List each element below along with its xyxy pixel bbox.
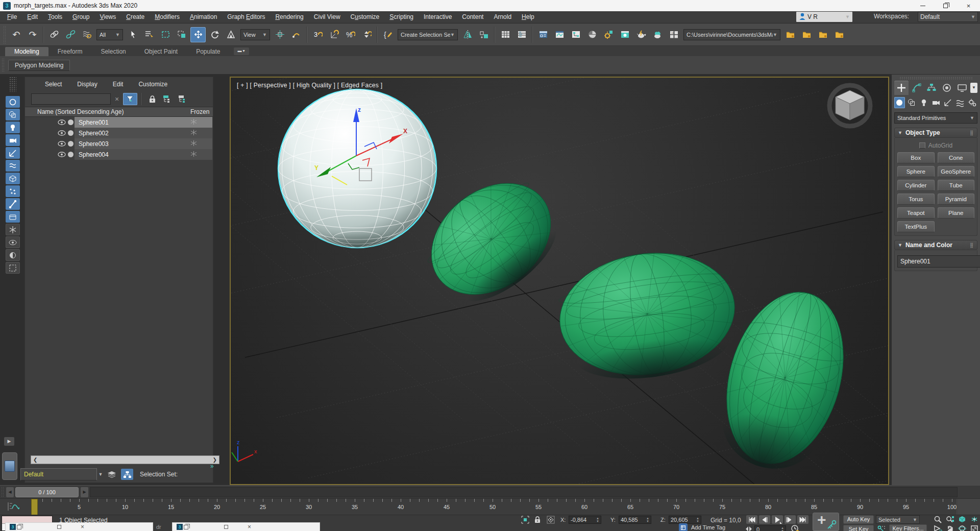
go-to-start-button[interactable]	[746, 515, 757, 524]
sphere-button[interactable]: Sphere	[897, 166, 935, 177]
undo-icon[interactable]: ↶	[9, 27, 24, 42]
explorer-column-header[interactable]: Name (Sorted Descending Age) Frozen	[25, 107, 213, 117]
table-row[interactable]: Sphere002	[25, 128, 213, 138]
project-folder-dropdown[interactable]: C:\Users\virinne\Documents\3dsMax▼	[683, 29, 780, 40]
shapes-category-icon[interactable]	[906, 97, 917, 108]
restore-button[interactable]	[934, 0, 957, 11]
explorer-menu-select[interactable]: Select	[37, 81, 69, 88]
current-frame-marker[interactable]	[31, 499, 38, 515]
current-frame-field[interactable]: 0▲▼	[754, 525, 786, 531]
zoom-extents-all-icon[interactable]	[969, 515, 979, 523]
name-color-rollout-header[interactable]: ▼ Name and Color ⣿	[894, 240, 977, 250]
tab-populate[interactable]: Populate	[187, 47, 229, 56]
time-slider-track[interactable]	[90, 487, 958, 497]
maximize-viewport-icon[interactable]	[969, 524, 979, 531]
perspective-viewport[interactable]: [ + ] [ Perspective ] [ High Quality ] […	[230, 77, 889, 485]
display-bones-icon[interactable]	[6, 198, 20, 210]
object-dot-icon[interactable]	[68, 130, 74, 136]
spacewarps-category-icon[interactable]	[955, 97, 966, 108]
viewport-label[interactable]: [ + ] [ Perspective ] [ High Quality ] […	[237, 82, 382, 89]
add-time-tag-label[interactable]: Add Time Tag	[691, 524, 725, 530]
object-dot-icon[interactable]	[68, 119, 74, 125]
named-selection-set-dropdown[interactable]: Create Selection Se▼	[398, 29, 458, 40]
zoom-all-icon[interactable]	[944, 515, 955, 523]
minimize-button[interactable]	[911, 0, 934, 11]
percent-snap-icon[interactable]: %	[342, 27, 358, 42]
display-hidden-icon[interactable]	[6, 236, 20, 248]
display-tab-icon[interactable]	[955, 81, 969, 95]
display-selection-icon[interactable]	[6, 262, 20, 274]
absolute-offset-toggle-icon[interactable]	[546, 516, 555, 524]
doc-restore-icon[interactable]	[224, 525, 228, 529]
cone-button[interactable]: Cone	[938, 152, 975, 163]
teapot-button[interactable]: Teapot	[897, 207, 935, 219]
project-pin-icon[interactable]	[831, 27, 847, 42]
ribbon-grip[interactable]	[2, 58, 4, 73]
display-helpers-icon[interactable]	[6, 147, 20, 159]
menu-civil-view[interactable]: Civil View	[309, 11, 346, 23]
menu-animation[interactable]: Animation	[185, 11, 222, 23]
menu-help[interactable]: Help	[517, 11, 540, 23]
unlink-selection-icon[interactable]	[63, 27, 78, 42]
orbit-icon[interactable]	[957, 524, 967, 531]
command-panel-grip[interactable]	[899, 77, 972, 79]
toggle-layer-explorer-icon[interactable]	[514, 27, 529, 42]
redo-icon[interactable]: ↷	[25, 27, 40, 42]
time-slider-grip[interactable]	[1, 487, 4, 498]
time-tag-icon[interactable]	[679, 523, 688, 531]
tab-modeling[interactable]: Modeling	[5, 47, 48, 56]
window-crossing-icon[interactable]	[174, 27, 189, 42]
taskbar-window[interactable]: 3 ×	[172, 522, 320, 531]
frozen-toggle[interactable]	[191, 140, 197, 148]
object-type-rollout-header[interactable]: ▼ Object Type ⣿	[894, 128, 977, 138]
menu-edit[interactable]: Edit	[22, 11, 43, 23]
autogrid-checkbox[interactable]	[919, 142, 925, 149]
project-folder-settings-icon[interactable]	[782, 27, 798, 42]
systems-category-icon[interactable]	[967, 97, 977, 108]
asset-library-icon[interactable]: LA	[666, 27, 681, 42]
workspaces-dropdown[interactable]: Default ▼	[918, 12, 978, 22]
named-selection-dropdown-icon[interactable]: ▼	[97, 472, 104, 477]
material-editor-icon[interactable]	[584, 27, 600, 42]
display-containers-icon[interactable]	[6, 211, 20, 223]
table-row[interactable]: Sphere004	[25, 149, 213, 160]
previous-frame-button[interactable]: ◀	[6, 487, 14, 497]
tab-freeform[interactable]: Freeform	[48, 47, 92, 56]
menu-rendering[interactable]: Rendering	[270, 11, 308, 23]
select-and-rotate-icon[interactable]	[207, 27, 222, 42]
time-slider-handle[interactable]: 0 / 100	[15, 487, 79, 497]
explorer-expand-button[interactable]: ▶	[4, 437, 14, 446]
explorer-strip-grip[interactable]	[9, 77, 16, 92]
toggle-ribbon-icon[interactable]	[535, 27, 551, 42]
motion-tab-icon[interactable]	[940, 81, 954, 95]
polygon-modeling-button[interactable]: Polygon Modeling	[8, 60, 70, 71]
mirror-icon[interactable]	[460, 27, 475, 42]
lights-category-icon[interactable]	[918, 97, 929, 108]
column-name[interactable]: Name (Sorted Descending Age)	[25, 108, 124, 115]
panel-overflow-icon[interactable]: ▼	[970, 83, 977, 93]
scroll-right-icon[interactable]: ❯	[213, 457, 217, 463]
set-keys-button[interactable]: +	[813, 513, 839, 531]
align-icon[interactable]	[476, 27, 492, 42]
select-and-manipulate-icon[interactable]	[288, 27, 304, 42]
cameras-category-icon[interactable]	[930, 97, 941, 108]
snaps-toggle-icon[interactable]: 3	[310, 27, 325, 42]
create-tab-icon[interactable]	[894, 81, 909, 95]
doc-restore-icon[interactable]	[57, 525, 61, 529]
viewport-layout-button[interactable]	[2, 452, 17, 480]
clear-search-icon[interactable]: ×	[115, 95, 119, 103]
frozen-toggle[interactable]	[191, 119, 197, 126]
zoom-region-icon[interactable]	[932, 524, 943, 531]
select-by-name-icon[interactable]	[141, 27, 157, 42]
column-frozen[interactable]: Frozen	[190, 108, 209, 115]
select-and-link-icon[interactable]	[46, 27, 62, 42]
z-coord-field[interactable]: 20,605▲▼	[669, 516, 701, 524]
zoom-extents-selected-icon[interactable]	[957, 515, 967, 523]
display-cameras-icon[interactable]	[6, 134, 20, 146]
display-shapes-icon[interactable]	[6, 109, 20, 120]
frozen-toggle[interactable]	[191, 151, 197, 158]
explorer-menu-customize[interactable]: Customize	[131, 81, 175, 88]
menu-views[interactable]: Views	[94, 11, 121, 23]
x-coord-field[interactable]: -0,864▲▼	[569, 516, 601, 524]
object-name[interactable]: Sphere002	[79, 130, 109, 137]
